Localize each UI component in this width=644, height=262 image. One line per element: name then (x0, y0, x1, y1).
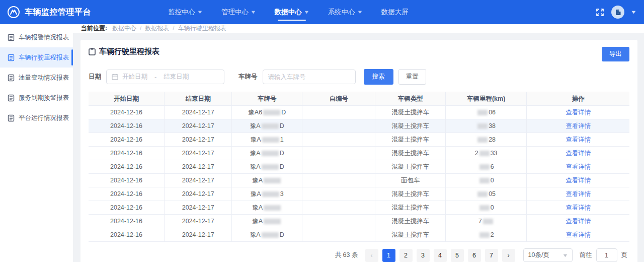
table-row: 2024-12-162024-12-17豫AD混凝土搅拌车233查看详情 (89, 147, 629, 160)
breadcrumb-item-1[interactable]: 数据中心 (112, 25, 136, 32)
redacted-text (477, 110, 488, 115)
view-details-link[interactable]: 查看详情 (566, 122, 591, 129)
jump-prefix-label: 前往 (580, 251, 592, 259)
view-details-link[interactable]: 查看详情 (566, 136, 591, 143)
cell-mileage: 06 (446, 106, 527, 119)
prev-page-button[interactable]: ‹ (365, 249, 378, 262)
cell-action: 查看详情 (527, 119, 629, 133)
redacted-text (477, 137, 488, 143)
page-button-2[interactable]: 2 (399, 249, 413, 262)
jump-page-input[interactable] (596, 248, 617, 262)
view-details-link[interactable]: 查看详情 (566, 231, 591, 238)
cell-end-date: 2024-12-17 (165, 228, 232, 242)
table-row: 2024-12-162024-12-17豫AD混凝土搅拌车6查看详情 (89, 160, 629, 174)
cell-mileage: 28 (446, 133, 527, 147)
table-row: 2024-12-162024-12-17豫A1混凝土搅拌车28查看详情 (89, 133, 629, 147)
page-size-select[interactable]: 10条/页 ▼ (523, 248, 573, 262)
chevron-down-icon: ▼ (303, 10, 309, 15)
column-header: 车牌号 (232, 92, 302, 106)
table-row: 2024-12-162024-12-17豫A混凝土搅拌车0查看详情 (89, 201, 629, 215)
cell-action: 查看详情 (527, 147, 629, 160)
sidebar-item-4[interactable]: 服务到期预警报表 (0, 88, 73, 108)
breadcrumb-item-2[interactable]: 数据报表 (145, 25, 169, 32)
page-button-7[interactable]: 7 (485, 249, 498, 262)
plate-input[interactable] (263, 70, 356, 84)
page-button-4[interactable]: 4 (434, 249, 447, 262)
enterprise-icon (615, 9, 621, 16)
nav-item-label: 数据大屏 (381, 8, 409, 17)
view-details-link[interactable]: 查看详情 (566, 163, 591, 170)
date-start-placeholder[interactable]: 开始日期 (122, 73, 147, 81)
cell-end-date: 2024-12-17 (165, 160, 232, 174)
redacted-text (264, 178, 281, 183)
breadcrumb-item-3[interactable]: 车辆行驶里程报表 (178, 25, 226, 32)
cell-start-date: 2024-12-16 (89, 119, 165, 133)
date-end-placeholder[interactable]: 结束日期 (164, 73, 189, 81)
table-row: 2024-12-162024-12-17豫AD混凝土搅拌车2查看详情 (89, 228, 629, 242)
column-header: 开始日期 (89, 92, 165, 106)
sidebar-item-1[interactable]: 车辆报警情况报表 (0, 27, 73, 47)
date-filter-label: 日期 (89, 73, 101, 81)
user-avatar[interactable] (611, 6, 624, 19)
sidebar-item-label: 服务到期预警报表 (19, 94, 69, 102)
cell-plate: 豫AD (232, 147, 302, 160)
cell-serial (302, 215, 375, 228)
redacted-text (262, 151, 279, 156)
jump-suffix-label: 页 (621, 251, 628, 259)
cell-end-date: 2024-12-17 (165, 119, 232, 133)
app-title: 车辆监控管理平台 (25, 7, 91, 18)
plate-filter-label: 车牌号 (238, 73, 258, 81)
cell-mileage: 38 (446, 119, 527, 133)
view-details-link[interactable]: 查看详情 (566, 177, 591, 184)
cell-plate: 豫AD (232, 160, 302, 174)
sidebar-item-3[interactable]: 油量变动情况报表 (0, 68, 73, 88)
redacted-text (479, 232, 490, 238)
nav-item-4[interactable]: 系统中心▼ (328, 0, 362, 24)
cell-action: 查看详情 (527, 106, 629, 119)
redacted-text (262, 123, 279, 129)
date-separator: - (154, 73, 156, 81)
nav-item-1[interactable]: 监控中心▼ (168, 0, 202, 24)
cell-vehicle-type: 混凝土搅拌车 (375, 228, 446, 242)
view-details-link[interactable]: 查看详情 (566, 218, 591, 225)
reset-button[interactable]: 重置 (398, 69, 426, 85)
date-range-picker[interactable]: 开始日期 - 结束日期 (106, 70, 224, 84)
sidebar-item-label: 油量变动情况报表 (19, 74, 69, 82)
redacted-text (483, 219, 493, 224)
cell-start-date: 2024-12-16 (89, 133, 165, 147)
fullscreen-icon[interactable] (596, 8, 604, 17)
cell-start-date: 2024-12-16 (89, 147, 165, 160)
page-button-1[interactable]: 1 (382, 249, 395, 262)
clipboard-icon (89, 48, 96, 55)
view-details-link[interactable]: 查看详情 (566, 150, 591, 157)
page-button-3[interactable]: 3 (417, 249, 430, 262)
nav-item-3[interactable]: 数据中心▼ (275, 0, 309, 24)
next-page-button[interactable]: › (502, 249, 515, 262)
page-title: 车辆行驶里程报表 (89, 47, 159, 56)
view-details-link[interactable]: 查看详情 (566, 190, 591, 198)
cell-plate: 豫AD (232, 119, 302, 133)
page-button-5[interactable]: 5 (451, 249, 464, 262)
view-details-link[interactable]: 查看详情 (566, 109, 591, 116)
cell-mileage: 7 (446, 215, 527, 228)
column-header: 操作 (527, 92, 629, 106)
cell-end-date: 2024-12-17 (165, 201, 232, 215)
redacted-text (479, 178, 490, 183)
search-button[interactable]: 搜索 (364, 69, 393, 85)
view-details-link[interactable]: 查看详情 (566, 204, 591, 211)
nav-item-2[interactable]: 管理中心▼ (221, 0, 256, 24)
cell-vehicle-type: 混凝土搅拌车 (375, 106, 446, 119)
export-button[interactable]: 导出 (602, 47, 629, 61)
redacted-text (262, 232, 279, 238)
sidebar-item-label: 车辆行驶里程报表 (19, 53, 69, 62)
total-count: 共 63 条 (335, 251, 358, 259)
sidebar-item-2[interactable]: 车辆行驶里程报表 (0, 47, 73, 68)
nav-item-5[interactable]: 数据大屏 (381, 0, 409, 24)
page-button-6[interactable]: 6 (468, 249, 481, 262)
report-icon (8, 34, 15, 41)
cell-start-date: 2024-12-16 (89, 106, 165, 119)
cell-start-date: 2024-12-16 (89, 201, 165, 215)
user-menu-caret-icon[interactable]: ▼ (630, 10, 637, 15)
sidebar-item-5[interactable]: 平台运行情况报表 (0, 108, 73, 128)
table-row: 2024-12-162024-12-17豫A6D混凝土搅拌车06查看详情 (89, 106, 629, 119)
